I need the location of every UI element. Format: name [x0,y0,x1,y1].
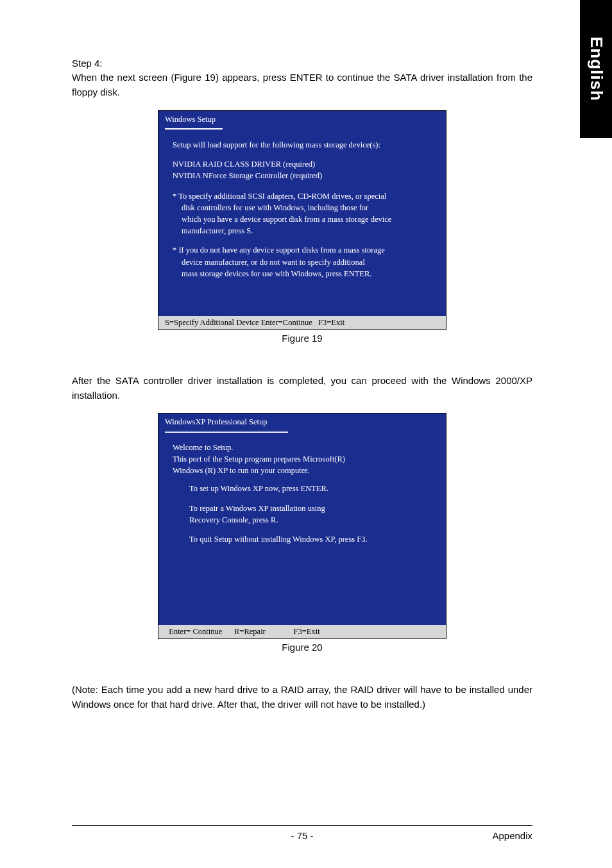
bullet-1: * To specify additional SCSI adapters, C… [173,190,434,237]
setup-footer: S=Specify Additional Device Enter=Contin… [158,316,446,330]
driver-line: NVIDIA RAID CLASS DRIVER (required) [173,158,434,170]
section-label: Appendix [455,830,532,841]
paragraph-1: When the next screen (Figure 19) appears… [72,70,532,100]
setup-footer: Enter= Continue R=Repair F3=Exit [158,625,446,638]
option-line: Recovery Console, press R. [189,514,434,526]
setup-title: WindowsXP Professional Setup [158,413,446,430]
bullet-2: * If you do not have any device support … [173,244,434,279]
page-number: - 75 - [149,830,455,841]
desc-line: Windows (R) XP to run on your computer. [173,465,434,476]
welcome-line: Welcome to Setup. [173,442,434,453]
figure-19-box: Windows Setup Setup will load support fo… [158,110,446,330]
language-tab: English [580,0,612,138]
note-paragraph: (Note: Each time you add a new hard driv… [72,682,532,712]
page: English Step 4: When the next screen (Fi… [0,0,612,868]
step-label: Step 4: [72,58,532,69]
intro-line: Setup will load support for the followin… [173,139,434,151]
page-footer: - 75 - Appendix [72,830,532,841]
option-line: To set up Windows XP now, press ENTER. [189,483,434,494]
figure-20-box: WindowsXP Professional Setup Welcome to … [158,413,446,639]
paragraph-2: After the SATA controller driver install… [72,373,532,403]
setup-title: Windows Setup [158,111,446,127]
option-line: To quit Setup without installing Windows… [189,533,434,545]
content-area: Step 4: When the next screen (Figure 19)… [72,58,532,712]
driver-line: NVIDIA NForce Storage Controller (requir… [173,170,434,181]
desc-line: This port of the Setup program prepares … [173,453,434,465]
footer-divider [72,825,532,826]
figure-20-caption: Figure 20 [72,642,532,653]
option-line: To repair a Windows XP installation usin… [189,503,434,514]
figure-19-caption: Figure 19 [72,333,532,344]
setup-body: Welcome to Setup. This port of the Setup… [158,433,446,625]
language-tab-label: English [586,37,606,101]
setup-body: Setup will load support for the followin… [158,130,446,316]
